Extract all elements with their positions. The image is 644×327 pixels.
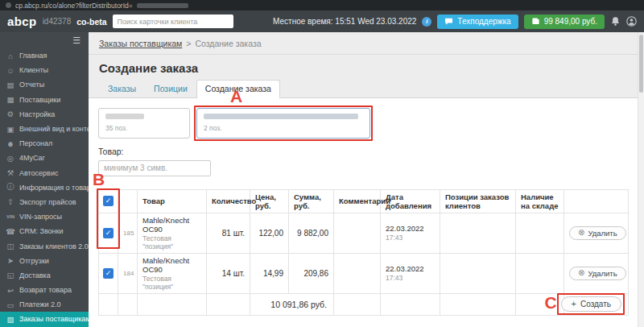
suppliers-icon: ▦ — [6, 95, 15, 104]
sidebar-item-label: Информация о товарах — [19, 184, 89, 192]
info-icon[interactable]: i — [422, 17, 431, 27]
phone-icon: ☎ — [6, 227, 15, 236]
sidebar-item-label: Персонал — [19, 139, 52, 147]
sidebar-item-shipments[interactable]: ➤Отгрузки — [0, 254, 89, 268]
table-footer-row: 10 091,86 руб. + Создать — [99, 293, 629, 315]
stock-cell — [516, 213, 564, 253]
vin-icon: VIN — [6, 214, 15, 219]
sidebar-item-autoservice[interactable]: ⚒Автосервис — [0, 166, 89, 180]
price-cell: 122,00 — [250, 213, 289, 253]
supplier-name-redacted — [204, 114, 358, 119]
sidebar-item-label: Настройка — [19, 110, 55, 118]
return-arrow-icon: ↩ — [6, 286, 15, 295]
sum-cell: 209,86 — [289, 253, 334, 293]
box-icon: ◱ — [6, 271, 15, 279]
sidebar-item-delivery[interactable]: ◱Доставка — [0, 268, 89, 283]
header-actions — [564, 189, 629, 213]
supplier-positions-count: 35 поз. — [105, 124, 183, 132]
product-name: Mahle/Knecht OC90 — [142, 256, 201, 274]
balance-button[interactable]: 99 849,00 руб. — [524, 14, 605, 29]
create-order-panel: 35 поз. 2 поз. A Товар: — [89, 97, 638, 327]
sidebar-nav: ⌂Главная ☺Клиенты ▤Отчеты ▦Поставщики ⚙Н… — [0, 48, 89, 327]
sidebar-item-staff[interactable]: ☻Персонал — [0, 136, 89, 151]
tab-orders[interactable]: Заказы — [99, 80, 145, 97]
tab-positions[interactable]: Позиции — [145, 80, 196, 97]
sidebar-item-label: Заказы клиентов 2.0 — [19, 242, 89, 250]
supplier-card[interactable]: 35 поз. — [98, 108, 190, 139]
sidebar-item-label: 4MyCar — [19, 154, 45, 162]
delete-button[interactable]: ⊗ Удалить — [569, 267, 626, 280]
sidebar-item-payments[interactable]: ▭Платежи 2.0 — [0, 297, 89, 312]
stock-cell — [516, 253, 564, 293]
menu-toggle-icon[interactable]: ☰ — [0, 32, 89, 48]
sidebar-item-label: Главная — [19, 52, 47, 60]
header-product: Товар — [138, 189, 207, 213]
sidebar-item-label: Доставка — [19, 271, 51, 279]
env-label: co-beta — [76, 17, 106, 27]
quantity-cell: 14 шт. — [207, 253, 250, 293]
browser-url-bar: cp.abcp.ru/co/alone?filterDistributorId= — [0, 0, 644, 10]
quantity-cell: 81 шт. — [207, 213, 250, 253]
sidebar-item-vin-requests[interactable]: VINVIN-запросы — [0, 209, 89, 224]
delete-icon: ⊗ — [578, 229, 584, 237]
header-date: Дата добавления — [381, 189, 440, 213]
header-sum: Сумма, руб. — [289, 189, 334, 213]
support-button[interactable]: Техподдержка — [437, 14, 518, 29]
clients-icon: ☺ — [6, 66, 15, 75]
row-id: 184 — [118, 253, 138, 293]
sidebar-item-client-orders[interactable]: ◫Заказы клиентов 2.0 — [0, 238, 89, 253]
sidebar-item-label: Внешний вид и контент — [19, 125, 89, 133]
breadcrumb-current: Создание заказа — [195, 39, 261, 48]
sidebar-item-suppliers[interactable]: ▦Поставщики — [0, 93, 89, 107]
info-circle-icon: ⓘ — [6, 182, 15, 192]
order-positions-table-wrap: B Товар Количество — [98, 189, 628, 316]
client-search-input[interactable] — [113, 14, 233, 28]
card-icon: ▭ — [6, 300, 15, 309]
delete-button[interactable]: ⊗ Удалить — [569, 226, 626, 240]
abcp-logo: abcp — [7, 14, 37, 28]
sidebar-item-price-export[interactable]: ⇧Экспорт прайсов — [0, 195, 89, 209]
row-checkbox[interactable] — [103, 268, 114, 279]
sidebar-item-crm-calls[interactable]: ☎CRM: Звонки — [0, 224, 89, 238]
sidebar-item-label: Платежи 2.0 — [19, 300, 61, 308]
breadcrumb-parent-link[interactable]: Заказы поставщикам — [99, 39, 182, 48]
user-profile-icon[interactable] — [626, 16, 637, 27]
sidebar-item-reports[interactable]: ▤Отчеты — [0, 77, 89, 92]
create-order-button[interactable]: + Создать — [561, 296, 621, 312]
sidebar-item-product-info[interactable]: ⓘИнформация о товарах — [0, 180, 89, 195]
row-id: 185 — [118, 213, 138, 253]
breadcrumb-separator: > — [186, 39, 191, 48]
date-added: 22.03.2022 — [386, 224, 435, 233]
notifications-bell-icon[interactable] — [610, 16, 621, 27]
truck-icon: ➤ — [6, 256, 15, 265]
time-added: 17:43 — [386, 274, 435, 282]
supplier-card-selected[interactable]: 2 поз. — [196, 108, 370, 139]
tab-create-order[interactable]: Создание заказа — [196, 80, 280, 98]
sidebar: ☰ ⌂Главная ☺Клиенты ▤Отчеты ▦Поставщики … — [0, 32, 89, 327]
scrollbar-thumb[interactable] — [639, 35, 643, 93]
table-row: 185 Mahle/Knecht OC90 Тестовая "позиция"… — [99, 213, 629, 253]
select-all-checkbox[interactable] — [103, 196, 114, 206]
sidebar-item-label: Поставщики — [19, 96, 60, 104]
screen-icon: ▣ — [6, 125, 15, 134]
sidebar-item-clients[interactable]: ☺Клиенты — [0, 63, 89, 77]
product-note: Тестовая "позиция" — [142, 275, 201, 291]
sidebar-item-supplier-orders[interactable]: ▨Заказы поставщикам — [0, 312, 89, 326]
sidebar-item-home[interactable]: ⌂Главная — [0, 48, 89, 63]
product-field-label: Товар: — [98, 147, 628, 156]
chat-icon — [444, 17, 453, 26]
supplier-cards: 35 поз. 2 поз. A — [98, 108, 628, 139]
time-added: 17:43 — [386, 234, 435, 242]
car-icon: ◎ — [6, 154, 15, 163]
sidebar-item-settings[interactable]: ⚙Настройка — [0, 107, 89, 122]
price-cell: 14,99 — [250, 253, 289, 293]
sidebar-item-returns[interactable]: ↩Возврат товара — [0, 283, 89, 297]
delete-icon: ⊗ — [578, 269, 584, 277]
sidebar-item-appearance[interactable]: ▣Внешний вид и контент — [0, 122, 89, 136]
header-comment: Комментарий — [334, 189, 381, 213]
page-scrollbar — [638, 32, 644, 327]
url-text: cp.abcp.ru/co/alone?filterDistributorId= — [15, 2, 133, 10]
product-search-input[interactable] — [98, 160, 211, 176]
row-checkbox[interactable] — [103, 228, 114, 238]
sidebar-item-4mycar[interactable]: ◎4MyCar — [0, 151, 89, 165]
